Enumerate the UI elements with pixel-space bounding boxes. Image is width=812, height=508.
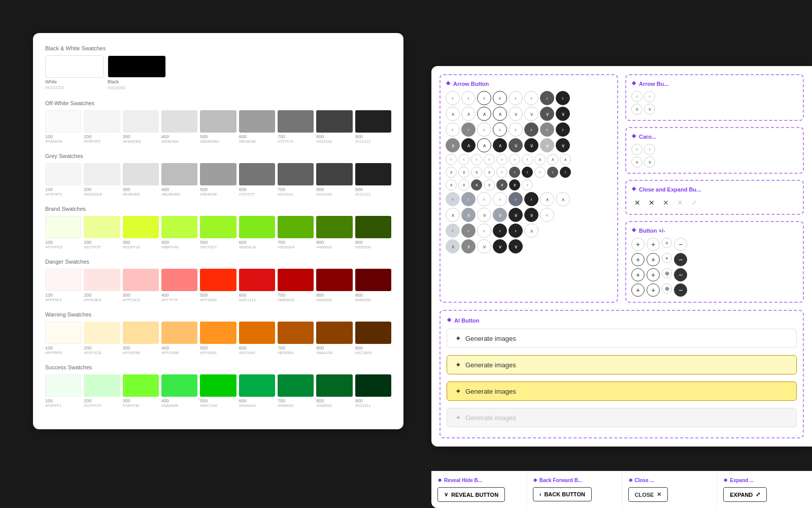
minus-btn[interactable]: −: [674, 238, 687, 251]
arrow-left-btn[interactable]: ‹: [446, 91, 460, 105]
generate-images-btn-yellow2[interactable]: ✦ Generate images: [447, 382, 797, 401]
arrow-btn[interactable]: ‹: [446, 154, 457, 165]
arrow-btn[interactable]: ‹: [461, 224, 476, 238]
arrow-btn[interactable]: ‹: [522, 167, 533, 178]
expand-button[interactable]: EXPAND ⤢: [723, 487, 767, 502]
arrow-btn[interactable]: ›: [522, 154, 533, 165]
arrow-btn[interactable]: ∨: [484, 167, 495, 178]
arrow-up-btn[interactable]: ∧: [461, 107, 476, 121]
reveal-button[interactable]: ∨ REVEAL BUTTON: [437, 487, 505, 502]
arrow-right-btn[interactable]: ›: [524, 91, 538, 105]
plus-btn[interactable]: +: [647, 238, 660, 251]
arrow-up-btn[interactable]: ∧: [446, 107, 460, 121]
arrow-btn[interactable]: ›: [524, 192, 538, 206]
close-button[interactable]: CLOSE ✕: [628, 487, 668, 502]
arrow-btn[interactable]: ∧: [556, 192, 570, 206]
arrow-up-btn[interactable]: ∧: [477, 138, 491, 152]
arrow-btn[interactable]: ∨: [509, 239, 523, 253]
plus-btn[interactable]: +: [631, 268, 645, 281]
plus-btn[interactable]: +: [647, 268, 660, 281]
arrow-btn[interactable]: ∨: [524, 208, 538, 222]
arrow-right-btn[interactable]: ›: [509, 122, 523, 137]
arrow-btn[interactable]: ‹: [446, 192, 460, 206]
arrow-btn[interactable]: ∨: [644, 104, 655, 115]
arrow-btn[interactable]: ∨: [493, 208, 507, 222]
arrow-btn[interactable]: ‹: [631, 91, 642, 102]
arrow-btn[interactable]: ∧: [461, 239, 476, 253]
arrow-down-btn[interactable]: ∨: [509, 107, 523, 121]
arrow-right-btn[interactable]: ›: [556, 91, 570, 105]
arrow-btn[interactable]: ∨: [458, 167, 469, 178]
close-x-btn[interactable]: ✕: [660, 197, 672, 209]
caro-down-btn[interactable]: ∨: [644, 156, 655, 168]
arrow-right-btn[interactable]: ›: [540, 122, 554, 137]
arrow-btn[interactable]: ∧: [446, 208, 460, 222]
arrow-btn[interactable]: ∧: [461, 208, 476, 222]
arrow-btn[interactable]: ‹: [522, 179, 533, 190]
close-x-btn[interactable]: ✕: [646, 197, 658, 209]
arrow-btn[interactable]: ‹: [484, 154, 495, 165]
caro-up-btn[interactable]: ∧: [631, 156, 642, 168]
arrow-btn[interactable]: ∨: [446, 167, 457, 178]
arrow-left-btn[interactable]: ‹: [493, 122, 507, 137]
plus-btn[interactable]: +: [647, 253, 660, 266]
arrow-down-btn[interactable]: ∨: [509, 138, 523, 152]
arrow-left-btn[interactable]: ‹: [493, 91, 507, 105]
minus-btn[interactable]: −: [674, 268, 687, 281]
arrow-btn[interactable]: ∨: [509, 208, 523, 222]
arrow-right-btn[interactable]: ›: [509, 91, 523, 105]
arrow-right-btn[interactable]: ›: [540, 91, 554, 105]
caro-prev-btn[interactable]: ‹: [631, 144, 642, 155]
arrow-btn[interactable]: ›: [493, 224, 507, 238]
plus-btn-sm[interactable]: +: [662, 238, 672, 248]
arrow-btn[interactable]: ∧: [631, 104, 642, 115]
arrow-btn[interactable]: ›: [477, 224, 491, 238]
plus-btn-sm[interactable]: ⊕: [662, 283, 672, 294]
arrow-btn[interactable]: ›: [509, 224, 523, 238]
arrow-down-btn[interactable]: ∨: [556, 107, 570, 121]
arrow-btn[interactable]: ›: [509, 154, 520, 165]
plus-btn[interactable]: +: [631, 283, 645, 297]
arrow-btn[interactable]: ∧: [547, 154, 558, 165]
close-x-btn[interactable]: ✕: [631, 197, 644, 209]
arrow-btn[interactable]: ∧: [446, 239, 460, 253]
arrow-up-btn[interactable]: ∧: [493, 138, 507, 152]
arrow-btn[interactable]: ›: [493, 192, 507, 206]
arrow-left-btn[interactable]: ‹: [477, 122, 491, 137]
minus-btn[interactable]: −: [674, 253, 687, 266]
arrow-btn[interactable]: ∨: [496, 179, 507, 190]
plus-btn[interactable]: +: [631, 253, 645, 266]
arrow-btn[interactable]: ∨: [471, 167, 482, 178]
arrow-btn[interactable]: ∧: [524, 224, 538, 238]
arrow-down-btn[interactable]: ∨: [540, 107, 554, 121]
arrow-btn[interactable]: ‹: [496, 167, 507, 178]
arrow-btn[interactable]: ∨: [484, 179, 495, 190]
plus-btn[interactable]: +: [631, 238, 645, 251]
arrow-btn[interactable]: ∧: [458, 179, 469, 190]
arrow-down-btn[interactable]: ∨: [556, 138, 570, 152]
generate-images-btn-white[interactable]: ✦ Generate images: [447, 329, 797, 348]
close-x-btn-light[interactable]: ✕: [674, 197, 686, 209]
generate-images-btn-disabled[interactable]: ✦ Generate images: [447, 408, 797, 427]
arrow-btn[interactable]: ›: [644, 91, 655, 102]
generate-images-btn-yellow[interactable]: ✦ Generate images: [447, 355, 797, 374]
arrow-btn[interactable]: ∧: [540, 192, 554, 206]
arrow-btn[interactable]: ‹: [446, 224, 460, 238]
arrow-left-btn[interactable]: ‹: [477, 91, 491, 105]
arrow-btn[interactable]: ›: [496, 154, 507, 165]
arrow-btn[interactable]: ›: [534, 167, 546, 178]
arrow-btn[interactable]: ∧: [534, 154, 546, 165]
arrow-btn[interactable]: ›: [560, 167, 571, 178]
arrow-down-btn[interactable]: ∨: [524, 138, 538, 152]
arrow-btn[interactable]: ∨: [477, 239, 491, 253]
arrow-btn[interactable]: ∧: [446, 179, 457, 190]
arrow-btn[interactable]: ∧: [560, 154, 571, 165]
plus-btn-sm[interactable]: ⊕: [662, 268, 672, 278]
arrow-down-btn[interactable]: ∨: [524, 107, 538, 121]
arrow-btn[interactable]: ›: [509, 192, 523, 206]
plus-btn[interactable]: +: [647, 283, 660, 297]
arrow-up-btn[interactable]: ∧: [446, 138, 460, 152]
expand-btn-light[interactable]: ⤢: [688, 197, 700, 209]
back-button[interactable]: ‹ BACK BUTTON: [533, 487, 592, 501]
arrow-btn[interactable]: ∧: [471, 179, 482, 190]
